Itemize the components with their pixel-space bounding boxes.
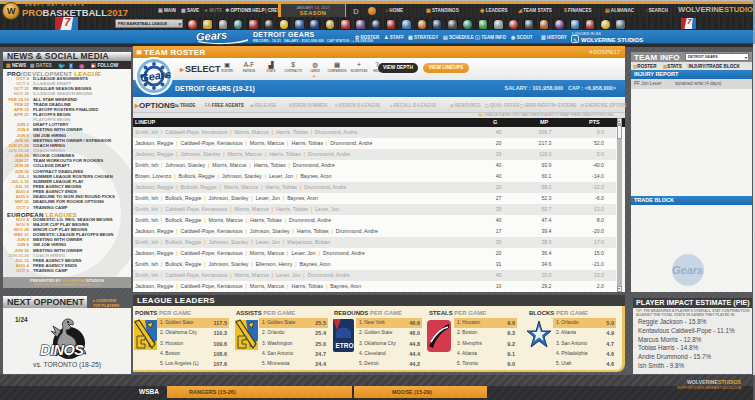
svg-text:Gears: Gears [672, 264, 703, 276]
svg-text:ETRO: ETRO [336, 342, 354, 349]
svg-text:Gears: Gears [196, 29, 228, 43]
svg-text:DINOS: DINOS [40, 342, 84, 358]
